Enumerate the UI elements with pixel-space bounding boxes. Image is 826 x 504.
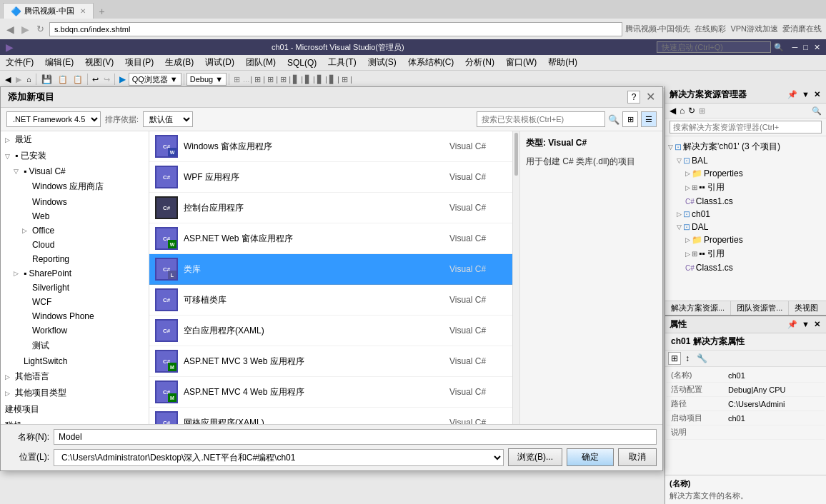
sol-dropdown-btn[interactable]: ▼ [800,90,811,99]
sol-toolbar-btn2[interactable]: ⌂ [678,105,686,116]
forward-btn[interactable]: ▶ [19,24,31,35]
menu-analyze[interactable]: 分析(N) [459,55,500,70]
menu-help[interactable]: 帮助(H) [542,55,583,70]
vs-minimize-btn[interactable]: ─ [792,43,798,52]
sol-node-bal-refs[interactable]: ▷ ⊞ ▪▪ 引用 [665,180,826,195]
tree-item-other-types[interactable]: ▷ 其他项目类型 [1,385,149,401]
tree-item-visual-csharp[interactable]: ▽ ▪ Visual C# [1,164,149,178]
toolbar-forward[interactable]: ▶ [14,74,24,85]
refresh-btn[interactable]: ↻ [34,24,46,34]
template-item-blank-xaml[interactable]: C# 空白应用程序(XAML) Visual C# [149,316,519,346]
menu-test[interactable]: 测试(S) [362,55,402,70]
props-toolbar-grid-icon[interactable]: ⊞ [668,352,681,365]
sol-node-dal-props[interactable]: ▷ 📁 Properties [665,233,826,246]
toolbar-save3[interactable]: 📋 [71,74,85,85]
menu-view[interactable]: 视图(V) [79,55,119,70]
nav-link-2[interactable]: 在线购彩 [695,24,726,34]
props-field-value[interactable]: ch01 [724,368,825,383]
tree-item-sharepoint[interactable]: ▷ ▪ SharePoint [1,266,149,281]
sol-toolbar-btn3[interactable]: ↻ [687,105,697,116]
view-grid-btn[interactable]: ⊞ [622,111,638,127]
tab-team[interactable]: 团队资源管... [731,301,789,315]
props-field-value[interactable]: Debug|Any CPU [724,383,825,397]
nav-link-3[interactable]: VPN游戏加速 [730,24,778,34]
vs-search-icon[interactable]: 🔍 [774,43,784,52]
tree-item-windows[interactable]: Windows [1,195,149,209]
tree-item-test[interactable]: 测试 [1,338,149,354]
sol-search-icon[interactable]: 🔍 [810,106,823,116]
tree-item-wcf[interactable]: WCF [1,295,149,309]
ok-btn[interactable]: 确定 [567,448,614,466]
sol-toolbar-btn4[interactable]: ⊞ [697,106,707,116]
browse-btn[interactable]: 浏览(B)... [508,448,562,466]
vs-search-input[interactable] [657,41,771,53]
sol-node-solution[interactable]: ▽ ⊡ 解决方案'ch01' (3 个项目) [665,139,826,154]
tree-item-reporting[interactable]: Reporting [1,252,149,266]
tree-item-silverlight[interactable]: Silverlight [1,281,149,295]
sol-pin-btn[interactable]: 📌 [786,90,799,99]
menu-build[interactable]: 生成(B) [159,55,199,70]
sol-node-ch01[interactable]: ▷ ⊡ ch01 [665,208,826,221]
tab-close-icon[interactable]: ✕ [80,7,86,15]
sol-close-btn[interactable]: ✕ [812,90,822,99]
menu-file[interactable]: 文件(F) [0,55,39,70]
sol-node-dal-refs[interactable]: ▷ ⊞ ▪▪ 引用 [665,246,826,261]
template-search-input[interactable] [477,111,605,127]
sol-node-dal-class1[interactable]: C# Class1.cs [665,261,826,274]
menu-arch[interactable]: 体系结构(C) [402,55,460,70]
search-icon[interactable]: 🔍 [608,114,620,125]
tree-item-windows-phone[interactable]: Windows Phone [1,309,149,323]
sol-search-input[interactable] [670,121,822,133]
menu-window[interactable]: 窗口(W) [500,55,542,70]
template-item-mvc3[interactable]: C# M ASP.NET MVC 3 Web 应用程序 Visual C# [149,346,519,377]
menu-sql[interactable]: SQL(Q) [282,56,322,69]
tree-item-lightswitch[interactable]: LightSwitch [1,354,149,368]
sort-select[interactable]: 默认值 [143,111,193,127]
template-item-aspnet-web-forms[interactable]: C# W ASP.NET Web 窗体应用程序 Visual C# [149,223,519,254]
props-toolbar-sort-icon[interactable]: ↕ [682,352,692,365]
vs-restore-btn[interactable]: □ [803,43,808,52]
template-item-console[interactable]: C# 控制台应用程序 Visual C# [149,193,519,223]
toolbar-home[interactable]: ⌂ [24,74,34,84]
props-toolbar-wrench-icon[interactable]: 🔧 [694,352,710,365]
tree-item-cloud[interactable]: Cloud [1,238,149,252]
tab-sol-explorer[interactable]: 解决方案资源... [665,301,731,315]
props-close-btn[interactable]: ✕ [812,320,822,329]
sol-node-bal[interactable]: ▽ ⊡ BAL [665,154,826,167]
menu-project[interactable]: 项目(P) [119,55,159,70]
browser-tab[interactable]: 🔷 腾讯视频-中国 ✕ [3,3,94,19]
toolbar-save2[interactable]: 📋 [56,74,70,85]
template-item-mvc4[interactable]: C# M ASP.NET MVC 4 Web 应用程序 Visual C# [149,377,519,408]
props-field-value[interactable] [724,425,825,440]
template-item-grid-xaml[interactable]: C# 网格应用程序(XAML) Visual C# [149,408,519,424]
tree-item-recent[interactable]: ▷ 最近 [1,131,149,148]
address-bar[interactable] [49,22,622,36]
nav-link-4[interactable]: 爱消磨在线 [782,24,822,34]
cancel-btn[interactable]: 取消 [618,448,657,466]
sol-node-bal-props[interactable]: ▷ 📁 Properties [665,167,826,180]
tree-item-online[interactable]: 联机 [1,418,149,424]
template-item-windows-forms[interactable]: C# W Windows 窗体应用程序 Visual C# [149,131,519,162]
toolbar-save[interactable]: 💾 [39,74,55,85]
props-dropdown-btn[interactable]: ▼ [800,320,811,329]
nav-link-1[interactable]: 腾讯视频-中国领先 [625,24,691,34]
template-item-wpf[interactable]: C# WPF 应用程序 Visual C# [149,162,519,193]
dialog-close-btn[interactable]: ✕ [646,91,655,103]
framework-select[interactable]: .NET Framework 4.5 [6,111,101,127]
sol-node-dal[interactable]: ▽ ⊡ DAL [665,221,826,233]
menu-edit[interactable]: 编辑(E) [39,55,79,70]
dialog-help-btn[interactable]: ? [627,91,640,104]
tree-item-office[interactable]: ▷ Office [1,223,149,238]
tree-item-workflow[interactable]: Workflow [1,323,149,338]
tab-class-view[interactable]: 类视图 [789,301,824,315]
props-pin-btn[interactable]: 📌 [786,320,799,329]
toolbar-redo[interactable]: ↪ [101,74,112,85]
template-item-class-lib[interactable]: C# L 类库 Visual C# [149,254,519,285]
back-btn[interactable]: ◀ [4,24,16,35]
props-field-value[interactable]: C:\Users\Admini [724,397,825,411]
template-item-portable-lib[interactable]: C# 可移植类库 Visual C# [149,285,519,316]
tree-item-other-lang[interactable]: ▷ 其他语言 [1,368,149,385]
menu-team[interactable]: 团队(M) [240,55,282,70]
tree-item-windows-store[interactable]: Windows 应用商店 [1,178,149,195]
tree-item-web[interactable]: Web [1,209,149,223]
